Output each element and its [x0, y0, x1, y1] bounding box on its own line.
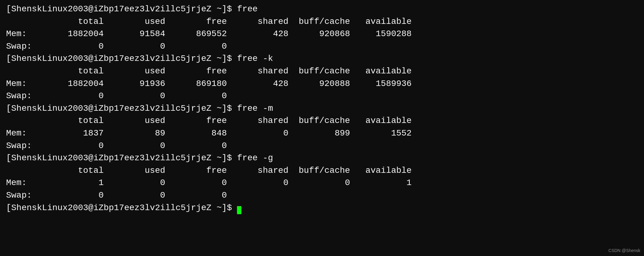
terminal-line: [ShenskLinux2003@iZbp17eez3lv2illc5jrjeZ…: [6, 53, 638, 65]
terminal-line: [ShenskLinux2003@iZbp17eez3lv2illc5jrjeZ…: [6, 102, 638, 115]
terminal-line: total used free shared buff/cache availa…: [6, 115, 638, 127]
terminal-line: Swap: 0 0 0: [6, 189, 638, 202]
terminal-line: total used free shared buff/cache availa…: [6, 65, 638, 78]
terminal-line: Swap: 0 0 0: [6, 40, 638, 53]
terminal-line: Swap: 0 0 0: [6, 90, 638, 102]
terminal-line: Mem: 1882004 91936 869180 428 920888 158…: [6, 78, 638, 90]
cursor: [237, 206, 241, 214]
terminal-line: [ShenskLinux2003@iZbp17eez3lv2illc5jrjeZ…: [6, 202, 638, 214]
terminal-line: total used free shared buff/cache availa…: [6, 16, 638, 28]
terminal-line: [ShenskLinux2003@iZbp17eez3lv2illc5jrjeZ…: [6, 3, 638, 16]
terminal-line: Mem: 1882004 91584 869552 428 920868 159…: [6, 28, 638, 40]
terminal-line: total used free shared buff/cache availa…: [6, 165, 638, 177]
terminal-line: Mem: 1 0 0 0 0 1: [6, 177, 638, 189]
terminal-line: Swap: 0 0 0: [6, 140, 638, 152]
terminal-line: [ShenskLinux2003@iZbp17eez3lv2illc5jrjeZ…: [6, 152, 638, 165]
watermark: CSDN @Shensk: [609, 247, 640, 254]
terminal-line: Mem: 1837 89 848 0 899 1552: [6, 127, 638, 140]
terminal: [ShenskLinux2003@iZbp17eez3lv2illc5jrjeZ…: [6, 3, 638, 253]
